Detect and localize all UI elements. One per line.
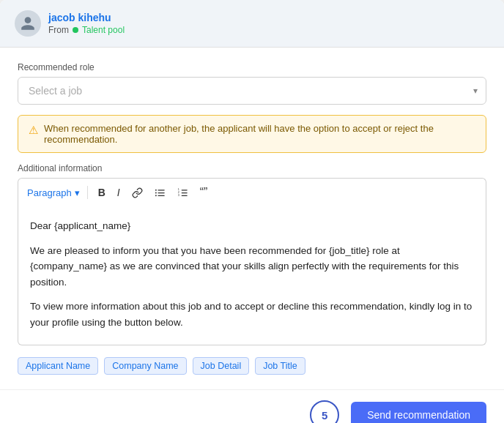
toolbar-divider-1 bbox=[87, 186, 88, 199]
paragraph-chevron-icon: ▾ bbox=[75, 187, 80, 198]
warning-icon: ⚠ bbox=[29, 124, 38, 137]
modal-footer: 5 Send recommendation bbox=[0, 389, 504, 423]
italic-button[interactable]: I bbox=[114, 185, 123, 200]
warning-box: ⚠ When recommended for another job, the … bbox=[18, 115, 486, 153]
link-button[interactable] bbox=[129, 186, 146, 200]
bullet-list-button[interactable] bbox=[152, 186, 168, 200]
editor-toolbar: Paragraph ▾ B I bbox=[18, 178, 486, 206]
svg-point-4 bbox=[155, 192, 157, 193]
tag-company-name[interactable]: Company Name bbox=[104, 357, 186, 375]
job-select[interactable]: Select a job bbox=[18, 77, 486, 105]
applicant-info: jacob kihehu From Talent pool bbox=[48, 12, 125, 35]
recommendation-modal: jacob kihehu From Talent pool Recommende… bbox=[0, 0, 504, 423]
additional-info-label: Additional information bbox=[18, 163, 486, 173]
tag-job-title[interactable]: Job Title bbox=[255, 357, 305, 375]
svg-text:3: 3 bbox=[177, 193, 179, 196]
paragraph-style-select[interactable]: Paragraph ▾ bbox=[27, 187, 80, 198]
avatar bbox=[15, 10, 41, 37]
job-select-wrapper: Select a job ▾ bbox=[18, 77, 486, 105]
recommended-role-label: Recommended role bbox=[18, 62, 486, 72]
warning-text: When recommended for another job, the ap… bbox=[44, 123, 475, 145]
applicant-name: jacob kihehu bbox=[48, 12, 125, 23]
quote-button[interactable]: “” bbox=[197, 184, 211, 201]
talent-pool-dot bbox=[73, 27, 78, 33]
tag-job-detail[interactable]: Job Detail bbox=[193, 357, 250, 375]
additional-info-editor: Additional information Paragraph ▾ B I bbox=[18, 163, 486, 345]
send-recommendation-button[interactable]: Send recommendation bbox=[351, 402, 486, 423]
applicant-source-row: From Talent pool bbox=[48, 25, 125, 35]
applicant-header: jacob kihehu From Talent pool bbox=[0, 0, 504, 48]
numbered-list-button[interactable]: 1 2 3 bbox=[174, 186, 191, 200]
modal-body: Recommended role Select a job ▾ ⚠ When r… bbox=[0, 48, 504, 389]
talent-pool-label: Talent pool bbox=[82, 25, 125, 35]
tag-applicant-name[interactable]: Applicant Name bbox=[18, 357, 98, 375]
editor-content-area[interactable]: Dear {applicant_name} We are pleased to … bbox=[18, 206, 486, 345]
from-label: From bbox=[48, 25, 69, 35]
editor-line-3: To view more information about this job … bbox=[30, 299, 474, 330]
editor-line-1: Dear {applicant_name} bbox=[30, 218, 474, 234]
svg-point-5 bbox=[155, 195, 157, 196]
editor-line-2: We are pleased to inform you that you ha… bbox=[30, 243, 474, 291]
bold-button[interactable]: B bbox=[95, 185, 108, 200]
paragraph-label: Paragraph bbox=[27, 187, 72, 198]
svg-point-3 bbox=[155, 189, 157, 190]
step-indicator: 5 bbox=[310, 400, 339, 423]
recommended-role-field: Recommended role Select a job ▾ bbox=[18, 62, 486, 105]
tag-row: Applicant Name Company Name Job Detail J… bbox=[18, 357, 486, 375]
